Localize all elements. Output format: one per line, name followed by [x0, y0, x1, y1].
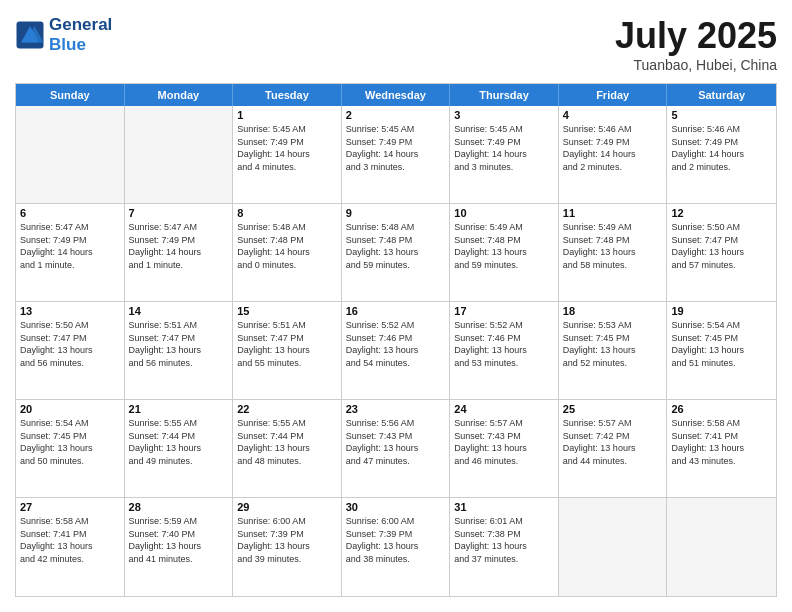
calendar-cell: 12Sunrise: 5:50 AM Sunset: 7:47 PM Dayli…: [667, 204, 776, 301]
calendar-cell: 14Sunrise: 5:51 AM Sunset: 7:47 PM Dayli…: [125, 302, 234, 399]
cell-info: Sunrise: 6:01 AM Sunset: 7:38 PM Dayligh…: [454, 515, 554, 565]
cell-info: Sunrise: 5:57 AM Sunset: 7:42 PM Dayligh…: [563, 417, 663, 467]
cell-info: Sunrise: 5:57 AM Sunset: 7:43 PM Dayligh…: [454, 417, 554, 467]
day-number: 27: [20, 501, 120, 513]
calendar-cell: 16Sunrise: 5:52 AM Sunset: 7:46 PM Dayli…: [342, 302, 451, 399]
calendar-cell: 15Sunrise: 5:51 AM Sunset: 7:47 PM Dayli…: [233, 302, 342, 399]
calendar-cell: 21Sunrise: 5:55 AM Sunset: 7:44 PM Dayli…: [125, 400, 234, 497]
calendar-cell: 30Sunrise: 6:00 AM Sunset: 7:39 PM Dayli…: [342, 498, 451, 596]
day-number: 2: [346, 109, 446, 121]
calendar-cell: 8Sunrise: 5:48 AM Sunset: 7:48 PM Daylig…: [233, 204, 342, 301]
cell-info: Sunrise: 5:50 AM Sunset: 7:47 PM Dayligh…: [20, 319, 120, 369]
day-number: 17: [454, 305, 554, 317]
day-number: 7: [129, 207, 229, 219]
header-day-tuesday: Tuesday: [233, 84, 342, 106]
day-number: 15: [237, 305, 337, 317]
day-number: 14: [129, 305, 229, 317]
cell-info: Sunrise: 5:55 AM Sunset: 7:44 PM Dayligh…: [237, 417, 337, 467]
calendar-cell: 10Sunrise: 5:49 AM Sunset: 7:48 PM Dayli…: [450, 204, 559, 301]
cell-info: Sunrise: 6:00 AM Sunset: 7:39 PM Dayligh…: [346, 515, 446, 565]
calendar-cell: 17Sunrise: 5:52 AM Sunset: 7:46 PM Dayli…: [450, 302, 559, 399]
cell-info: Sunrise: 5:47 AM Sunset: 7:49 PM Dayligh…: [129, 221, 229, 271]
calendar-cell: 2Sunrise: 5:45 AM Sunset: 7:49 PM Daylig…: [342, 106, 451, 203]
day-number: 6: [20, 207, 120, 219]
calendar-cell: 28Sunrise: 5:59 AM Sunset: 7:40 PM Dayli…: [125, 498, 234, 596]
day-number: 22: [237, 403, 337, 415]
header-day-monday: Monday: [125, 84, 234, 106]
day-number: 16: [346, 305, 446, 317]
cell-info: Sunrise: 5:48 AM Sunset: 7:48 PM Dayligh…: [237, 221, 337, 271]
cell-info: Sunrise: 5:58 AM Sunset: 7:41 PM Dayligh…: [20, 515, 120, 565]
calendar-cell: 9Sunrise: 5:48 AM Sunset: 7:48 PM Daylig…: [342, 204, 451, 301]
cell-info: Sunrise: 5:56 AM Sunset: 7:43 PM Dayligh…: [346, 417, 446, 467]
day-number: 4: [563, 109, 663, 121]
calendar-cell: [667, 498, 776, 596]
cell-info: Sunrise: 6:00 AM Sunset: 7:39 PM Dayligh…: [237, 515, 337, 565]
cell-info: Sunrise: 5:50 AM Sunset: 7:47 PM Dayligh…: [671, 221, 772, 271]
calendar-cell: [16, 106, 125, 203]
day-number: 30: [346, 501, 446, 513]
calendar-cell: 11Sunrise: 5:49 AM Sunset: 7:48 PM Dayli…: [559, 204, 668, 301]
day-number: 20: [20, 403, 120, 415]
calendar-cell: 23Sunrise: 5:56 AM Sunset: 7:43 PM Dayli…: [342, 400, 451, 497]
cell-info: Sunrise: 5:49 AM Sunset: 7:48 PM Dayligh…: [563, 221, 663, 271]
cell-info: Sunrise: 5:51 AM Sunset: 7:47 PM Dayligh…: [237, 319, 337, 369]
calendar-cell: 31Sunrise: 6:01 AM Sunset: 7:38 PM Dayli…: [450, 498, 559, 596]
calendar-cell: 13Sunrise: 5:50 AM Sunset: 7:47 PM Dayli…: [16, 302, 125, 399]
cell-info: Sunrise: 5:45 AM Sunset: 7:49 PM Dayligh…: [237, 123, 337, 173]
calendar-row-5: 27Sunrise: 5:58 AM Sunset: 7:41 PM Dayli…: [16, 498, 776, 596]
day-number: 11: [563, 207, 663, 219]
day-number: 26: [671, 403, 772, 415]
calendar-cell: 19Sunrise: 5:54 AM Sunset: 7:45 PM Dayli…: [667, 302, 776, 399]
logo: General Blue: [15, 15, 112, 55]
cell-info: Sunrise: 5:53 AM Sunset: 7:45 PM Dayligh…: [563, 319, 663, 369]
day-number: 12: [671, 207, 772, 219]
header-day-thursday: Thursday: [450, 84, 559, 106]
subtitle: Tuanbao, Hubei, China: [615, 57, 777, 73]
cell-info: Sunrise: 5:51 AM Sunset: 7:47 PM Dayligh…: [129, 319, 229, 369]
calendar-cell: [559, 498, 668, 596]
day-number: 18: [563, 305, 663, 317]
calendar-cell: 5Sunrise: 5:46 AM Sunset: 7:49 PM Daylig…: [667, 106, 776, 203]
header-day-friday: Friday: [559, 84, 668, 106]
calendar: SundayMondayTuesdayWednesdayThursdayFrid…: [15, 83, 777, 597]
cell-info: Sunrise: 5:47 AM Sunset: 7:49 PM Dayligh…: [20, 221, 120, 271]
day-number: 8: [237, 207, 337, 219]
calendar-cell: 1Sunrise: 5:45 AM Sunset: 7:49 PM Daylig…: [233, 106, 342, 203]
header-day-wednesday: Wednesday: [342, 84, 451, 106]
calendar-cell: 27Sunrise: 5:58 AM Sunset: 7:41 PM Dayli…: [16, 498, 125, 596]
calendar-row-4: 20Sunrise: 5:54 AM Sunset: 7:45 PM Dayli…: [16, 400, 776, 498]
day-number: 13: [20, 305, 120, 317]
cell-info: Sunrise: 5:55 AM Sunset: 7:44 PM Dayligh…: [129, 417, 229, 467]
cell-info: Sunrise: 5:45 AM Sunset: 7:49 PM Dayligh…: [454, 123, 554, 173]
calendar-cell: 6Sunrise: 5:47 AM Sunset: 7:49 PM Daylig…: [16, 204, 125, 301]
cell-info: Sunrise: 5:49 AM Sunset: 7:48 PM Dayligh…: [454, 221, 554, 271]
calendar-row-3: 13Sunrise: 5:50 AM Sunset: 7:47 PM Dayli…: [16, 302, 776, 400]
calendar-cell: 22Sunrise: 5:55 AM Sunset: 7:44 PM Dayli…: [233, 400, 342, 497]
cell-info: Sunrise: 5:48 AM Sunset: 7:48 PM Dayligh…: [346, 221, 446, 271]
logo-text: General Blue: [49, 15, 112, 55]
day-number: 9: [346, 207, 446, 219]
header: General Blue July 2025 Tuanbao, Hubei, C…: [15, 15, 777, 73]
day-number: 19: [671, 305, 772, 317]
calendar-cell: 4Sunrise: 5:46 AM Sunset: 7:49 PM Daylig…: [559, 106, 668, 203]
day-number: 21: [129, 403, 229, 415]
day-number: 25: [563, 403, 663, 415]
page: General Blue July 2025 Tuanbao, Hubei, C…: [0, 0, 792, 612]
calendar-cell: 26Sunrise: 5:58 AM Sunset: 7:41 PM Dayli…: [667, 400, 776, 497]
cell-info: Sunrise: 5:52 AM Sunset: 7:46 PM Dayligh…: [346, 319, 446, 369]
calendar-cell: 18Sunrise: 5:53 AM Sunset: 7:45 PM Dayli…: [559, 302, 668, 399]
calendar-body: 1Sunrise: 5:45 AM Sunset: 7:49 PM Daylig…: [16, 106, 776, 596]
calendar-header: SundayMondayTuesdayWednesdayThursdayFrid…: [16, 84, 776, 106]
day-number: 5: [671, 109, 772, 121]
title-area: July 2025 Tuanbao, Hubei, China: [615, 15, 777, 73]
cell-info: Sunrise: 5:46 AM Sunset: 7:49 PM Dayligh…: [563, 123, 663, 173]
day-number: 24: [454, 403, 554, 415]
cell-info: Sunrise: 5:58 AM Sunset: 7:41 PM Dayligh…: [671, 417, 772, 467]
day-number: 23: [346, 403, 446, 415]
calendar-cell: 7Sunrise: 5:47 AM Sunset: 7:49 PM Daylig…: [125, 204, 234, 301]
day-number: 3: [454, 109, 554, 121]
calendar-cell: 3Sunrise: 5:45 AM Sunset: 7:49 PM Daylig…: [450, 106, 559, 203]
day-number: 31: [454, 501, 554, 513]
calendar-cell: 25Sunrise: 5:57 AM Sunset: 7:42 PM Dayli…: [559, 400, 668, 497]
